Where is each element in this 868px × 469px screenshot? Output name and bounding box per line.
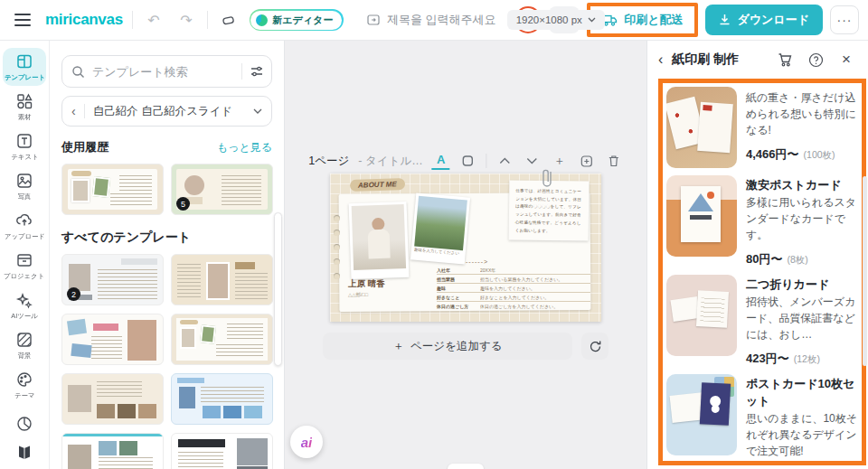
profile-photo[interactable] (349, 202, 410, 279)
project-box-icon (15, 251, 33, 269)
more-options-button[interactable]: ··· (830, 5, 859, 34)
miricanvas-logo: miricanvas (45, 11, 123, 29)
chevron-up-icon (500, 157, 511, 164)
search-icon (71, 65, 85, 79)
template-badge: 2 (67, 287, 80, 301)
text-icon (15, 132, 33, 150)
product-item[interactable]: 激安ポストカード 多様に用いられるスタンダードなカードです。 80円〜 (8枚) (666, 175, 859, 267)
miricanvas-editor: miricanvas ↶ ↷ 新エディター 제목을 입력해주세요 1920×10… (0, 0, 868, 469)
all-templates-title: すべてのテンプレート (61, 230, 272, 246)
page-title-label: - タイトル… (358, 154, 422, 169)
sidebar-item-templates[interactable]: テンプレート (3, 48, 46, 86)
close-button[interactable]: × (835, 49, 857, 70)
print-products-annotation-box: 紙の重さ・厚さだけ込められる想いも特別になる! 4,466円〜 (100枚) 激… (658, 79, 866, 465)
divider (241, 63, 242, 80)
upload-cloud-icon (15, 211, 33, 230)
eraser-button[interactable] (217, 8, 241, 32)
document-title-input[interactable]: 제목을 입력해주세요 (366, 12, 496, 28)
sidebar-item-elements[interactable]: 素材 (3, 88, 46, 126)
move-page-down-button[interactable] (524, 152, 542, 170)
new-editor-badge[interactable]: 新エディター (250, 9, 344, 31)
add-page-button[interactable]: ＋ ページを追加する (323, 333, 572, 360)
regenerate-button[interactable] (581, 333, 609, 360)
template-thumbnail[interactable] (61, 373, 164, 425)
delete-page-button[interactable] (605, 152, 623, 170)
hobby-photo[interactable]: 趣味を入力してください (410, 193, 470, 265)
sidebar-rail: テンプレート 素材 テキスト 写真 アップロード プロジェクト (0, 41, 50, 469)
back-button[interactable]: ‹ (658, 52, 663, 68)
divider (132, 11, 133, 29)
print-panel-title: 紙印刷 制作 (672, 52, 765, 68)
template-thumbnail[interactable] (61, 433, 164, 469)
template-thumbnail[interactable] (171, 373, 273, 425)
left-panel-scrollbar[interactable] (274, 212, 282, 366)
see-more-link[interactable]: もっと見る (217, 140, 272, 155)
template-thumbnail[interactable]: 2 (61, 254, 164, 305)
rounded-square-icon (462, 155, 475, 167)
divider (207, 11, 208, 29)
template-thumbnail[interactable] (171, 433, 273, 469)
chevron-down-icon (527, 157, 538, 164)
plus-icon: ＋ (393, 339, 405, 354)
filter-icon[interactable] (250, 65, 264, 78)
sidebar-item-attendance[interactable] (3, 406, 46, 436)
back-chevron-icon[interactable]: ‹ (71, 104, 76, 118)
zoom-control-peek[interactable] (448, 464, 484, 469)
help-button[interactable] (805, 49, 826, 70)
profile-table[interactable]: 入社年20XX年 担当業務担当している業務を入力してください。 趣味趣味を入力し… (437, 266, 590, 310)
page-number-label: 1ページ (308, 154, 349, 169)
print-panel: ‹ 紙印刷 制作 × 紙の重さ・厚さだけ込められる想いも特別になる! (646, 41, 868, 469)
product-item[interactable]: ポストカード10枚セット 思いのままに、10枚それぞれ異なるデザインで注文可能!… (666, 374, 859, 465)
sidebar-item-background[interactable]: 背景 (3, 326, 46, 364)
divider (84, 104, 85, 118)
template-thumbnail[interactable] (61, 314, 164, 365)
product-item[interactable]: 二つ折りカード 招待状、メンバーズカード、品質保証書などには、おし… 423円〜… (666, 275, 859, 367)
product-image-postcard (666, 175, 737, 257)
hand-clap-icon (15, 415, 33, 433)
download-icon (719, 14, 731, 26)
ai-sparkle-icon (15, 291, 33, 309)
history-section-title: 使用履歴 (61, 139, 108, 155)
print-and-delivery-button[interactable]: 印刷と配送 (590, 6, 694, 33)
product-image-letterpress (666, 87, 737, 168)
template-thumbnail[interactable] (171, 254, 273, 305)
elements-icon (15, 92, 33, 110)
right-panel-scrollbar[interactable] (863, 176, 867, 366)
canvas-size-dropdown[interactable]: 1920×1080 px (507, 10, 605, 30)
cart-button[interactable] (774, 49, 796, 70)
ai-assistant-button[interactable]: ai (290, 426, 323, 458)
sidebar-item-ai-tools[interactable]: AIツール (3, 286, 46, 324)
rename-icon (366, 13, 381, 27)
arrow-doodle: ------> (466, 258, 488, 265)
eraser-icon (221, 13, 236, 28)
sidebar-item-guide[interactable] (3, 438, 46, 464)
category-dropdown[interactable]: ‹ 自己紹介 自己紹介スライド (61, 96, 272, 127)
duplicate-icon (580, 155, 593, 168)
sidebar-item-upload[interactable]: アップロード (3, 207, 46, 245)
duplicate-page-button[interactable] (578, 152, 596, 170)
design-page[interactable]: ABOUT ME 趣味を入力してください 仕事では、計画性とコミュニケーションを… (330, 174, 601, 322)
sidebar-item-projects[interactable]: プロジェクト (3, 247, 46, 285)
template-search-input[interactable] (92, 65, 234, 79)
sidebar-item-theme[interactable]: テーマ (3, 366, 46, 404)
sidebar-item-text[interactable]: テキスト (3, 127, 46, 165)
sidebar-item-photos[interactable]: 写真 (3, 167, 46, 205)
template-thumbnail[interactable] (171, 314, 273, 365)
page-shape-button[interactable] (459, 152, 477, 170)
animate-text-button[interactable]: A (432, 152, 450, 170)
template-thumbnail[interactable]: 5 (171, 164, 273, 215)
redo-button[interactable]: ↷ (175, 8, 198, 32)
product-image-postcard-set (666, 374, 737, 455)
about-me-tag[interactable]: ABOUT ME (350, 178, 405, 192)
download-button[interactable]: ダウンロード (705, 5, 823, 35)
question-circle-icon (808, 52, 824, 68)
hamburger-menu-button[interactable] (9, 6, 36, 33)
profile-name[interactable]: 上原 晴香 △△部/□□ (348, 278, 385, 298)
template-thumbnail[interactable] (61, 164, 164, 215)
chevron-down-icon (588, 17, 596, 23)
product-item[interactable]: 紙の重さ・厚さだけ込められる想いも特別になる! 4,466円〜 (100枚) (666, 87, 859, 168)
move-page-up-button[interactable] (496, 152, 514, 170)
undo-button[interactable]: ↶ (142, 8, 165, 32)
cart-icon (778, 52, 793, 67)
top-bar: miricanvas ↶ ↷ 新エディター 제목을 입력해주세요 1920×10… (0, 0, 868, 41)
